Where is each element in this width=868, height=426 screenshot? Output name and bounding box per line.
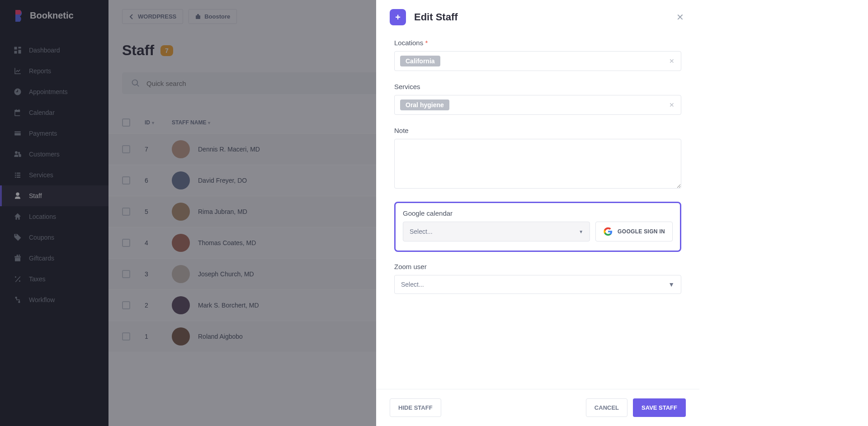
close-button[interactable]: ✕ <box>675 10 686 24</box>
edit-staff-drawer: + Edit Staff ✕ Locations * California ✕ … <box>376 0 699 426</box>
google-signin-label: GOOGLE SIGN IN <box>618 228 665 235</box>
cancel-button[interactable]: CANCEL <box>586 398 627 417</box>
plus-icon: + <box>390 9 406 25</box>
note-label: Note <box>394 127 681 134</box>
services-field: Services Oral hygiene ✕ <box>394 83 681 115</box>
services-label: Services <box>394 83 681 90</box>
gcal-select[interactable]: Select... ▼ <box>403 222 590 241</box>
zoom-field: Zoom user Select... ▼ <box>394 263 681 294</box>
drawer-footer: HIDE STAFF CANCEL SAVE STAFF <box>376 389 699 426</box>
drawer-header: + Edit Staff ✕ <box>376 0 699 34</box>
zoom-select-placeholder: Select... <box>401 281 424 288</box>
note-field: Note <box>394 127 681 190</box>
locations-label: Locations * <box>394 39 681 47</box>
google-icon <box>603 227 613 237</box>
save-staff-button[interactable]: SAVE STAFF <box>633 398 686 417</box>
clear-services-icon[interactable]: ✕ <box>669 101 675 109</box>
clear-locations-icon[interactable]: ✕ <box>669 57 675 65</box>
drawer-title: Edit Staff <box>414 11 666 23</box>
gcal-label: Google calendar <box>403 209 673 217</box>
chevron-down-icon: ▼ <box>668 281 675 288</box>
zoom-label: Zoom user <box>394 263 681 270</box>
note-textarea[interactable] <box>394 139 681 189</box>
service-tag[interactable]: Oral hygiene <box>400 99 449 110</box>
locations-input[interactable]: California ✕ <box>394 51 681 71</box>
zoom-select[interactable]: Select... ▼ <box>394 275 681 294</box>
google-signin-button[interactable]: GOOGLE SIGN IN <box>595 222 673 241</box>
locations-field: Locations * California ✕ <box>394 39 681 71</box>
drawer-body: Locations * California ✕ Services Oral h… <box>376 34 699 389</box>
google-calendar-section: Google calendar Select... ▼ GOOGLE S <box>394 202 681 252</box>
services-input[interactable]: Oral hygiene ✕ <box>394 95 681 115</box>
gcal-select-placeholder: Select... <box>410 228 433 235</box>
location-tag[interactable]: California <box>400 56 440 66</box>
chevron-down-icon: ▼ <box>579 229 583 234</box>
hide-staff-button[interactable]: HIDE STAFF <box>390 398 441 417</box>
